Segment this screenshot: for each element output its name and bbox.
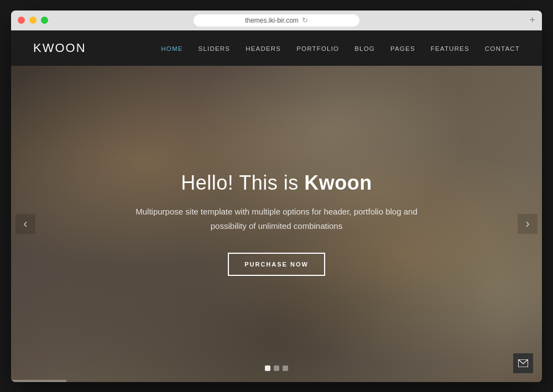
nav-item-features[interactable]: FEATURES [431,45,469,52]
hero-title: Hello! This is Kwoon [181,171,372,195]
mail-widget-button[interactable] [513,353,533,373]
site-logo: KWOON [33,41,86,55]
slider-dot-1[interactable] [265,365,270,371]
maximize-button[interactable] [41,17,48,24]
minimize-button[interactable] [29,17,36,24]
hero-title-plain: Hello! This is [181,171,304,194]
mac-window: themes.iki-bir.com ↻ + KWOON HOME SLIDER… [11,11,542,382]
nav-item-contact[interactable]: CONTACT [485,45,520,52]
url-text: themes.iki-bir.com [245,17,299,24]
nav-item-home[interactable]: HOME [161,45,182,52]
url-bar[interactable]: themes.iki-bir.com ↻ [194,14,359,27]
site-wrapper: KWOON HOME SLIDERS HEADERS PORTFOLIO BLO… [11,30,542,382]
hero-title-bold: Kwoon [304,171,372,194]
chevron-left-icon: ‹ [23,217,27,231]
hero-subtitle: Multipurpose site template with multiple… [133,205,420,233]
new-tab-button[interactable]: + [529,14,535,26]
slider-prev-button[interactable]: ‹ [15,214,35,234]
slider-dots [265,365,288,371]
purchase-now-button[interactable]: PURCHASE NOW [228,253,325,276]
hero-content: Hello! This is Kwoon Multipurpose site t… [11,66,542,382]
close-button[interactable] [18,17,25,24]
site-hero: ‹ Hello! This is Kwoon Multipurpose site… [11,66,542,382]
site-nav: HOME SLIDERS HEADERS PORTFOLIO BLOG PAGE… [161,43,520,53]
slider-next-button[interactable]: › [518,214,538,234]
refresh-icon[interactable]: ↻ [302,16,308,24]
nav-item-blog[interactable]: BLOG [354,45,375,52]
nav-item-portfolio[interactable]: PORTFOLIO [296,45,339,52]
mail-icon [518,359,528,367]
chevron-right-icon: › [525,217,529,231]
nav-item-headers[interactable]: HEADERS [246,45,281,52]
slider-dot-3[interactable] [283,365,288,371]
nav-item-sliders[interactable]: SLIDERS [199,45,231,52]
nav-item-pages[interactable]: PAGES [390,45,415,52]
slider-dot-2[interactable] [274,365,279,371]
site-navbar: KWOON HOME SLIDERS HEADERS PORTFOLIO BLO… [11,30,542,66]
mac-titlebar: themes.iki-bir.com ↻ + [11,11,542,30]
